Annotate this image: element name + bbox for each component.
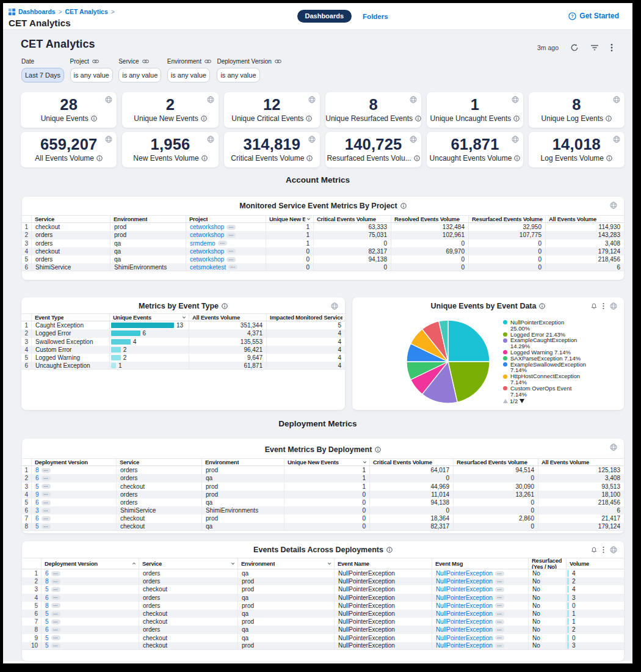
cell-link[interactable]: 5 bbox=[45, 586, 49, 593]
bell-icon[interactable] bbox=[591, 303, 597, 310]
pie-slice[interactable] bbox=[448, 320, 490, 362]
drill-menu-pill[interactable]: ••• bbox=[42, 508, 51, 513]
column-header[interactable]: Critical Events Volume bbox=[314, 216, 391, 222]
drill-menu-pill[interactable]: ••• bbox=[42, 524, 51, 529]
cell-link[interactable]: NullPointerException bbox=[436, 594, 493, 601]
column-header[interactable]: Resolved Events Volume bbox=[391, 216, 469, 222]
cell-link[interactable]: 6 bbox=[45, 626, 49, 633]
drill-menu-pill[interactable]: ••• bbox=[226, 233, 236, 238]
column-header[interactable]: Service bbox=[117, 459, 202, 466]
column-header[interactable]: Project bbox=[186, 216, 266, 222]
breadcrumb-dashboards[interactable]: Dashboards bbox=[18, 8, 56, 15]
sort-down-icon[interactable] bbox=[305, 217, 311, 221]
legend-item[interactable]: ExampleSwallowedException 7.14% bbox=[503, 362, 607, 374]
sort-down-icon[interactable] bbox=[181, 315, 186, 320]
cell-link[interactable]: cetworkshop bbox=[190, 224, 224, 230]
cell-link[interactable]: 6 bbox=[35, 475, 39, 481]
get-started-link[interactable]: ? Get Started bbox=[568, 12, 619, 20]
globe-icon[interactable] bbox=[610, 546, 617, 553]
unique-events-bar[interactable] bbox=[111, 347, 121, 352]
globe-icon[interactable] bbox=[610, 444, 617, 451]
cell-link[interactable]: NullPointerException bbox=[436, 570, 493, 577]
column-header[interactable]: Unique New Events bbox=[284, 459, 370, 466]
globe-icon[interactable] bbox=[105, 136, 112, 143]
cell-link[interactable]: NullPointerException bbox=[436, 618, 493, 625]
nav-grid-icon[interactable] bbox=[9, 9, 15, 15]
drill-menu-pill[interactable]: ••• bbox=[42, 484, 51, 489]
globe-icon[interactable] bbox=[105, 96, 112, 103]
drill-menu-pill[interactable]: ••• bbox=[226, 257, 236, 262]
cell-link[interactable]: NullPointerException bbox=[436, 602, 493, 609]
drill-menu-pill[interactable]: ••• bbox=[51, 603, 60, 608]
cell-link[interactable]: 6 bbox=[45, 570, 49, 577]
drill-menu-pill[interactable]: ••• bbox=[495, 595, 504, 600]
cell-link[interactable]: NullPointerException bbox=[436, 635, 493, 641]
drill-menu-pill[interactable]: ••• bbox=[42, 492, 51, 497]
drill-menu-pill[interactable]: ••• bbox=[495, 579, 504, 584]
column-header[interactable]: Deployment Version bbox=[42, 558, 139, 569]
column-header[interactable]: Resurfaced Events Volume bbox=[469, 216, 546, 222]
column-header[interactable]: Environment bbox=[202, 459, 284, 466]
info-icon[interactable] bbox=[415, 115, 421, 122]
filter-value-button[interactable]: Last 7 Days bbox=[21, 68, 64, 82]
column-header[interactable]: Critical Events Volume bbox=[370, 459, 454, 466]
drill-menu-pill[interactable]: ••• bbox=[495, 603, 504, 608]
info-icon[interactable] bbox=[606, 155, 612, 161]
column-header[interactable]: Event Name bbox=[335, 558, 432, 569]
cell-link[interactable]: 6 bbox=[35, 515, 39, 522]
column-header[interactable]: Environment bbox=[238, 558, 335, 569]
cell-link[interactable]: 5 bbox=[35, 523, 39, 530]
cell-link[interactable]: 5 bbox=[35, 483, 39, 490]
drill-menu-pill[interactable]: ••• bbox=[51, 587, 60, 592]
cell-link[interactable]: 8 bbox=[45, 578, 49, 585]
legend-item[interactable]: HttpHostConnectException 7.14% bbox=[503, 373, 607, 385]
legend-item[interactable]: Custom OverOps Event 7.14% bbox=[503, 385, 607, 398]
globe-icon[interactable] bbox=[613, 96, 620, 103]
sort-down-icon[interactable] bbox=[326, 561, 331, 566]
column-header[interactable]: Impacted Monitored Services bbox=[267, 314, 345, 321]
column-header[interactable]: Event Type bbox=[32, 314, 110, 321]
cell-link[interactable]: 6 bbox=[35, 499, 39, 506]
drill-menu-pill[interactable]: ••• bbox=[51, 595, 60, 600]
cell-link[interactable]: 9 bbox=[35, 491, 39, 498]
info-icon[interactable] bbox=[222, 303, 228, 309]
globe-icon[interactable] bbox=[610, 302, 617, 310]
info-icon[interactable] bbox=[306, 155, 313, 161]
globe-icon[interactable] bbox=[610, 202, 617, 209]
info-icon[interactable] bbox=[386, 547, 393, 553]
sort-down-icon[interactable] bbox=[361, 460, 367, 464]
bell-icon[interactable] bbox=[591, 547, 597, 553]
info-icon[interactable] bbox=[414, 155, 420, 161]
drill-menu-pill[interactable]: ••• bbox=[51, 619, 60, 624]
cell-link[interactable]: NullPointerException bbox=[436, 626, 493, 633]
legend-item[interactable]: ExampleCaughtException 14.29% bbox=[503, 337, 607, 349]
tab-dashboards[interactable]: Dashboards bbox=[297, 10, 352, 23]
cell-link[interactable]: cetworkshop bbox=[190, 248, 224, 255]
cell-link[interactable]: cetworkshop bbox=[190, 256, 224, 263]
drill-menu-pill[interactable]: ••• bbox=[51, 612, 60, 616]
info-icon[interactable] bbox=[306, 115, 312, 122]
drill-menu-pill[interactable]: ••• bbox=[495, 612, 504, 616]
filter-value-button[interactable]: is any value bbox=[167, 68, 210, 82]
cell-link[interactable]: 8 bbox=[35, 467, 39, 473]
column-header[interactable]: Unique Events bbox=[110, 314, 189, 321]
info-icon[interactable] bbox=[400, 203, 407, 209]
legend-page-down-icon[interactable] bbox=[520, 399, 524, 403]
unique-events-bar[interactable] bbox=[111, 339, 131, 345]
drill-menu-pill[interactable]: ••• bbox=[495, 627, 504, 632]
column-header[interactable]: Unique New Ever bbox=[266, 216, 314, 222]
drill-menu-pill[interactable]: ••• bbox=[226, 225, 236, 230]
info-icon[interactable] bbox=[96, 155, 103, 161]
drill-menu-pill[interactable]: ••• bbox=[42, 468, 51, 473]
drill-menu-pill[interactable]: ••• bbox=[51, 571, 60, 576]
globe-icon[interactable] bbox=[512, 136, 519, 143]
column-header[interactable]: Resurfaced (Yes / No) bbox=[529, 558, 567, 569]
pie-chart[interactable] bbox=[402, 316, 494, 407]
drill-menu-pill[interactable]: ••• bbox=[51, 643, 60, 648]
column-header[interactable]: Event Msg bbox=[432, 558, 529, 569]
cell-link[interactable]: 8 bbox=[45, 602, 49, 609]
drill-menu-pill[interactable]: ••• bbox=[495, 619, 504, 624]
drill-menu-pill[interactable]: ••• bbox=[51, 627, 60, 632]
globe-icon[interactable] bbox=[308, 96, 316, 103]
column-header[interactable]: Deployment Version bbox=[32, 459, 117, 466]
